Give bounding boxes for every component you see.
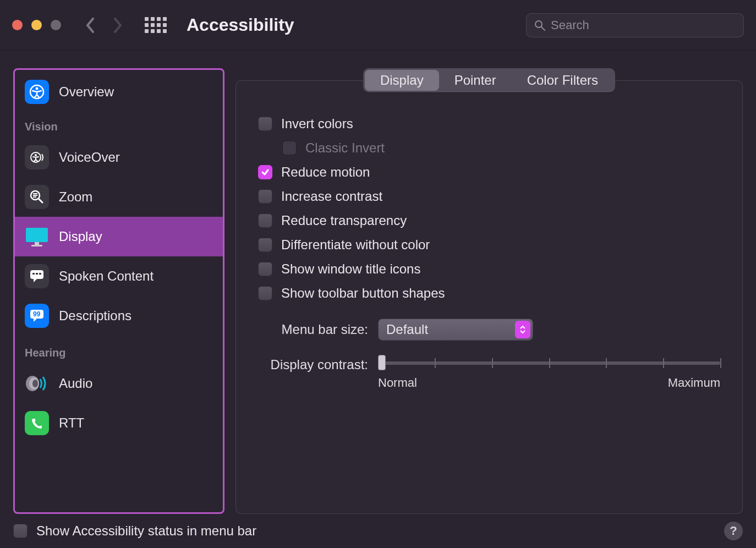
sidebar-item-audio[interactable]: Audio <box>15 364 223 403</box>
display-contrast-row: Display contrast: Normal Maxim <box>258 355 720 390</box>
checkbox-show-accessibility-status[interactable] <box>13 524 28 538</box>
voiceover-icon <box>25 145 49 169</box>
sidebar-section-hearing: Hearing <box>15 336 223 364</box>
forward-button[interactable] <box>113 17 123 34</box>
checkbox-label: Increase contrast <box>281 189 382 204</box>
checkbox-increase-contrast[interactable]: Increase contrast <box>258 184 720 209</box>
sidebar-item-label: Descriptions <box>59 308 132 324</box>
svg-rect-16 <box>36 273 38 275</box>
detail-pane: Display Pointer Color Filters Invert col… <box>235 68 743 514</box>
back-button[interactable] <box>85 17 95 34</box>
menu-bar-size-label: Menu bar size: <box>258 322 368 337</box>
checkbox-icon <box>258 286 272 300</box>
sidebar-item-label: Overview <box>59 84 114 100</box>
accessibility-icon <box>25 80 49 104</box>
checkbox-icon <box>258 189 272 204</box>
display-icon <box>25 224 49 249</box>
tab-pointer[interactable]: Pointer <box>439 70 512 91</box>
checkbox-show-toolbar-button-shapes[interactable]: Show toolbar button shapes <box>258 281 720 305</box>
svg-text:99: 99 <box>33 310 41 318</box>
sidebar: Overview Vision VoiceOver Zoom Displa <box>13 68 224 514</box>
svg-point-22 <box>32 380 38 387</box>
zoom-icon <box>25 185 49 209</box>
svg-rect-17 <box>39 273 41 275</box>
sidebar-item-label: Spoken Content <box>59 268 154 284</box>
checkbox-icon <box>258 262 272 276</box>
checkbox-label: Show window title icons <box>281 261 420 277</box>
sidebar-section-vision: Vision <box>15 109 223 138</box>
sidebar-item-label: Display <box>59 229 102 244</box>
svg-line-7 <box>39 199 42 202</box>
rtt-icon <box>25 411 49 435</box>
search-input[interactable] <box>551 18 736 32</box>
window-title: Accessibility <box>187 15 294 35</box>
checkbox-show-window-title-icons[interactable]: Show window title icons <box>258 257 720 281</box>
checkbox-label: Classic Invert <box>305 140 385 156</box>
window-controls <box>12 20 61 30</box>
menu-bar-size-select[interactable]: Default <box>378 319 533 341</box>
checkbox-icon <box>258 165 272 179</box>
checkbox-icon <box>282 141 297 155</box>
svg-point-3 <box>36 87 39 90</box>
sidebar-item-zoom[interactable]: Zoom <box>15 177 223 217</box>
sidebar-item-descriptions[interactable]: 99 Descriptions <box>15 296 223 336</box>
audio-icon <box>25 371 49 396</box>
checkbox-invert-colors[interactable]: Invert colors <box>258 112 720 136</box>
footer: Show Accessibility status in menu bar ? <box>0 514 756 548</box>
checkbox-icon <box>258 238 272 252</box>
display-contrast-slider[interactable] <box>378 361 720 365</box>
display-contrast-label: Display contrast: <box>258 355 368 372</box>
sidebar-item-overview[interactable]: Overview <box>15 70 223 109</box>
menu-bar-size-row: Menu bar size: Default <box>258 319 720 341</box>
checkbox-differentiate-without-color[interactable]: Differentiate without color <box>258 233 720 257</box>
sidebar-item-display[interactable]: Display <box>15 217 223 256</box>
slider-knob[interactable] <box>378 355 386 370</box>
content-area: Overview Vision VoiceOver Zoom Displa <box>0 51 756 514</box>
spoken-content-icon <box>25 264 49 288</box>
zoom-window-button[interactable] <box>51 20 61 30</box>
display-tabs: Display Pointer Color Filters <box>363 68 615 92</box>
select-value: Default <box>386 322 428 337</box>
checkbox-label: Invert colors <box>281 116 353 131</box>
search-icon <box>534 20 545 31</box>
slider-min-label: Normal <box>378 376 417 390</box>
tab-color-filters[interactable]: Color Filters <box>512 70 613 91</box>
sidebar-item-rtt[interactable]: RTT <box>15 403 223 443</box>
sidebar-item-label: RTT <box>59 415 84 431</box>
svg-rect-15 <box>32 273 35 275</box>
svg-point-5 <box>35 154 37 156</box>
svg-rect-11 <box>26 228 48 242</box>
slider-max-label: Maximum <box>668 376 720 390</box>
checkbox-icon <box>258 213 272 228</box>
sidebar-item-label: Audio <box>59 376 92 391</box>
descriptions-icon: 99 <box>25 304 49 328</box>
checkbox-classic-invert: Classic Invert <box>282 136 720 160</box>
sidebar-item-label: Zoom <box>59 189 92 205</box>
svg-point-0 <box>535 21 542 28</box>
select-stepper-icon <box>515 321 530 338</box>
checkbox-label: Reduce transparency <box>281 213 407 228</box>
sidebar-item-voiceover[interactable]: VoiceOver <box>15 138 223 177</box>
sidebar-item-spoken-content[interactable]: Spoken Content <box>15 256 223 296</box>
checkbox-icon <box>258 117 272 131</box>
show-all-prefs-button[interactable] <box>145 17 167 33</box>
minimize-window-button[interactable] <box>31 20 42 30</box>
help-button[interactable]: ? <box>724 522 743 540</box>
checkbox-reduce-transparency[interactable]: Reduce transparency <box>258 209 720 233</box>
toolbar: Accessibility <box>0 0 756 51</box>
checkbox-label: Show toolbar button shapes <box>281 286 445 301</box>
checkbox-label: Reduce motion <box>281 165 370 180</box>
search-field[interactable] <box>526 13 744 37</box>
checkbox-label: Differentiate without color <box>281 237 430 253</box>
checkbox-reduce-motion[interactable]: Reduce motion <box>258 160 720 184</box>
display-settings-group: Invert colors Classic Invert Reduce moti… <box>235 80 743 514</box>
close-window-button[interactable] <box>12 20 23 30</box>
svg-rect-13 <box>31 245 42 246</box>
svg-rect-12 <box>35 242 39 245</box>
sidebar-item-label: VoiceOver <box>59 150 120 165</box>
footer-checkbox-label: Show Accessibility status in menu bar <box>36 523 256 539</box>
tab-display[interactable]: Display <box>365 70 439 91</box>
svg-line-1 <box>541 27 545 30</box>
navigation-arrows <box>85 17 123 34</box>
